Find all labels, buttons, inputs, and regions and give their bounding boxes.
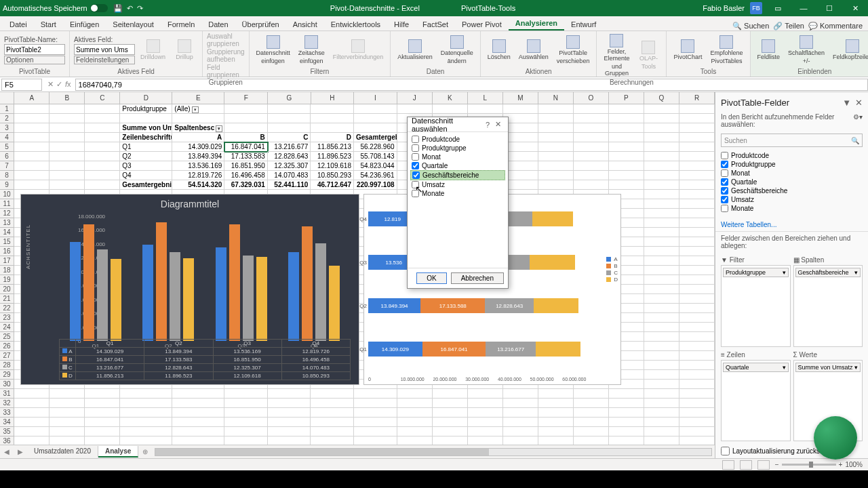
cell[interactable]	[679, 209, 715, 218]
cell[interactable]: 67.329.031	[224, 180, 268, 190]
field-item[interactable]: Produktcode	[721, 151, 863, 160]
slicer-field-item[interactable]: Monat	[410, 152, 505, 161]
cell[interactable]	[574, 161, 609, 171]
column-header[interactable]: H	[311, 92, 355, 104]
cell[interactable]	[609, 104, 644, 114]
cell[interactable]	[85, 389, 120, 399]
slicer-field-checkbox[interactable]	[412, 181, 419, 188]
cell[interactable]	[609, 152, 644, 161]
row-header[interactable]: 32	[0, 399, 14, 408]
sheet-nav-prev-icon[interactable]: ◀	[0, 448, 14, 455]
ribbon-tab-einfügen[interactable]: Einfügen	[63, 18, 106, 30]
row-header[interactable]: 22	[0, 304, 14, 313]
cell[interactable]	[644, 408, 679, 418]
cell[interactable]	[268, 418, 311, 427]
zoom-out-icon[interactable]: −	[775, 461, 779, 468]
field-checkbox[interactable]	[721, 196, 728, 203]
insert-timeline-button[interactable]: Zeitachseeinfügen	[296, 34, 328, 66]
dialog-close-icon[interactable]: ✕	[493, 120, 504, 129]
row-header[interactable]: 3	[0, 123, 14, 133]
column-header[interactable]: C	[85, 92, 120, 104]
undo-icon[interactable]: ↶	[127, 4, 133, 13]
cell[interactable]	[468, 418, 503, 427]
cell[interactable]	[14, 436, 50, 445]
cell[interactable]	[14, 142, 50, 152]
cell[interactable]	[679, 436, 715, 445]
field-chip[interactable]: Quartale▾	[723, 363, 789, 372]
ribbon-tab-factset[interactable]: FactSet	[416, 18, 455, 30]
cell[interactable]	[574, 171, 609, 180]
fieldpane-close-icon[interactable]: ✕	[855, 98, 863, 108]
cell[interactable]	[679, 266, 715, 275]
cell[interactable]: Gesamtergeb	[354, 133, 397, 142]
cell[interactable]	[354, 123, 397, 133]
cell[interactable]	[468, 427, 503, 436]
cell[interactable]	[538, 133, 574, 142]
cell[interactable]	[468, 389, 503, 399]
pivot-chart-bar[interactable]: Diagrammtitel ACHSENTITEL 18.000.00016.0…	[20, 194, 359, 385]
cell[interactable]: 46.712.647	[311, 180, 354, 190]
cell[interactable]	[224, 123, 268, 133]
cell[interactable]	[538, 180, 574, 190]
cell[interactable]	[609, 133, 644, 142]
slicer-field-checkbox[interactable]	[412, 153, 419, 161]
name-box[interactable]: F5	[1, 79, 42, 91]
cell[interactable]	[85, 436, 120, 445]
row-header[interactable]: 19	[0, 275, 14, 285]
cell[interactable]	[679, 161, 715, 171]
cell[interactable]	[224, 436, 268, 445]
column-header[interactable]: R	[679, 92, 715, 104]
sheet-tab[interactable]: Analyse	[98, 446, 138, 458]
field-chip[interactable]: Geschäftsbereiche▾	[795, 268, 861, 277]
buttons-toggle-button[interactable]: Schaltflächen+/-	[785, 34, 827, 66]
field-item[interactable]: Geschäftsbereiche	[721, 186, 863, 195]
cell[interactable]	[644, 266, 679, 275]
cell[interactable]	[679, 408, 715, 418]
cell[interactable]	[609, 399, 644, 408]
cell[interactable]	[14, 133, 50, 142]
field-item[interactable]: Monate	[721, 204, 863, 213]
pivottable-name-input[interactable]	[4, 44, 65, 55]
cell[interactable]	[311, 114, 354, 123]
cell[interactable]	[609, 171, 644, 180]
cell[interactable]	[609, 427, 644, 436]
row-header[interactable]: 23	[0, 313, 14, 323]
row-header[interactable]: 24	[0, 323, 14, 332]
cell[interactable]	[268, 123, 311, 133]
cell[interactable]	[268, 427, 311, 436]
cell[interactable]	[14, 104, 50, 114]
row-header[interactable]: 30	[0, 380, 14, 389]
cell[interactable]: 52.441.110	[268, 180, 311, 190]
cell[interactable]	[85, 399, 120, 408]
cell[interactable]	[538, 427, 574, 436]
cell[interactable]	[14, 161, 50, 171]
row-header[interactable]: 10	[0, 190, 14, 199]
cell[interactable]	[644, 399, 679, 408]
cell[interactable]: 14.070.483	[268, 171, 311, 180]
cell[interactable]	[172, 436, 224, 445]
cell[interactable]	[644, 380, 679, 389]
cell[interactable]	[433, 389, 468, 399]
cell[interactable]: 16.847.041	[224, 142, 268, 152]
row-header[interactable]: 25	[0, 332, 14, 342]
field-checkbox[interactable]	[721, 161, 728, 168]
cell[interactable]	[609, 389, 644, 399]
cell[interactable]	[224, 399, 268, 408]
cell[interactable]	[397, 427, 433, 436]
cell[interactable]: 13.536.169	[172, 161, 224, 171]
sheet-nav-next-icon[interactable]: ▶	[14, 448, 27, 455]
slicer-field-item[interactable]: Produktcode	[410, 135, 505, 144]
cell[interactable]: 220.997.108	[354, 180, 397, 190]
cell[interactable]	[85, 104, 120, 114]
cell[interactable]	[644, 436, 679, 445]
cell[interactable]	[679, 171, 715, 180]
cell[interactable]	[85, 152, 120, 161]
cell[interactable]	[679, 313, 715, 323]
cell[interactable]	[679, 332, 715, 342]
cell[interactable]	[644, 104, 679, 114]
cell[interactable]: 13.849.394	[172, 152, 224, 161]
cell[interactable]: 54.514.320	[172, 180, 224, 190]
cell[interactable]: C	[268, 133, 311, 142]
ribbon-tab-start[interactable]: Start	[34, 18, 63, 30]
cell[interactable]	[50, 104, 85, 114]
